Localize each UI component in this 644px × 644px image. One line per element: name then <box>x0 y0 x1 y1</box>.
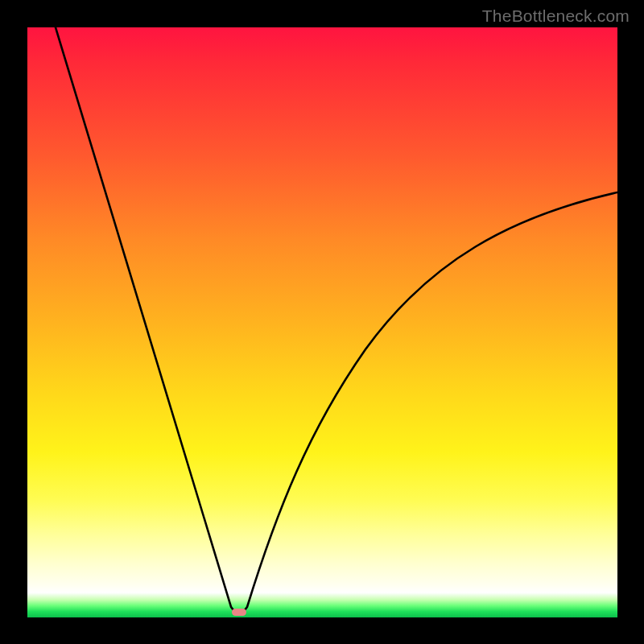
bottleneck-curve <box>27 27 617 617</box>
plot-area <box>27 27 617 617</box>
curve-path <box>56 27 617 613</box>
watermark-text: TheBottleneck.com <box>482 6 630 26</box>
minimum-marker <box>232 609 246 616</box>
chart-frame: TheBottleneck.com <box>0 0 644 644</box>
